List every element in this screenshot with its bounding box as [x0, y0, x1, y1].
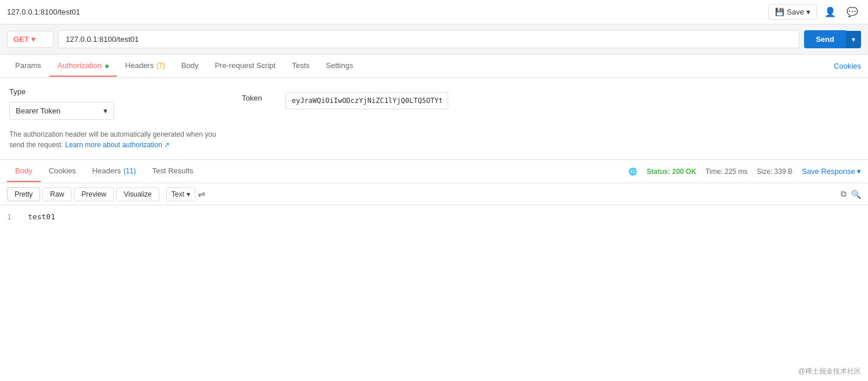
user-icon-button[interactable]: 👤	[821, 3, 839, 21]
fmt-visualize-button[interactable]: Visualize	[116, 187, 159, 201]
text-format-select[interactable]: Text ▾	[166, 187, 195, 201]
response-tabs-bar: Body Cookies Headers (11) Test Results 🌐…	[0, 160, 868, 183]
token-label: Token	[242, 94, 262, 102]
method-dropdown-icon: ▾	[31, 35, 35, 44]
fmt-raw-button[interactable]: Raw	[42, 187, 72, 201]
fmt-pretty-button[interactable]: Pretty	[7, 187, 40, 201]
line-content: test01	[28, 212, 55, 221]
format-buttons: Pretty Raw Preview Visualize Text ▾ ⇌	[7, 187, 205, 201]
cookies-link[interactable]: Cookies	[834, 62, 861, 70]
save-button[interactable]: 💾 Save ▾	[769, 4, 817, 20]
type-dropdown-icon: ▾	[103, 106, 108, 115]
authorization-active-dot	[105, 65, 109, 68]
status-ok: Status: 200 OK	[646, 168, 696, 176]
tab-authorization[interactable]: Authorization	[49, 55, 117, 77]
request-tabs: Params Authorization Headers (7) Body Pr…	[0, 55, 868, 78]
token-input[interactable]	[285, 92, 448, 109]
response-body: 1 test01	[0, 205, 868, 228]
tab-tests[interactable]: Tests	[284, 55, 317, 77]
type-select[interactable]: Bearer Token ▾	[9, 102, 114, 120]
fmt-preview-button[interactable]: Preview	[74, 187, 114, 201]
text-format-dropdown-icon: ▾	[187, 190, 190, 198]
type-value: Bearer Token	[16, 106, 60, 115]
resp-tab-test-results[interactable]: Test Results	[144, 161, 202, 182]
send-dropdown-button[interactable]: ▾	[846, 31, 861, 48]
method-label: GET	[13, 35, 29, 44]
request-title: 127.0.0.1:8100/test01	[7, 8, 80, 16]
response-tabs-list: Body Cookies Headers (11) Test Results	[7, 161, 202, 182]
text-format-label: Text	[172, 190, 184, 198]
title-bar: 127.0.0.1:8100/test01 💾 Save ▾ 👤 💬	[0, 0, 868, 24]
save-icon: 💾	[775, 8, 784, 16]
req-tabs-list: Params Authorization Headers (7) Body Pr…	[7, 55, 361, 77]
method-select[interactable]: GET ▾	[7, 31, 53, 48]
resp-tab-headers[interactable]: Headers (11)	[84, 161, 144, 182]
learn-more-link[interactable]: Learn more about authorization ↗	[65, 141, 170, 149]
code-line: 1 test01	[7, 212, 861, 221]
auth-panel: Type Bearer Token ▾ The authorization he…	[0, 78, 868, 160]
chat-icon-button[interactable]: 💬	[844, 3, 861, 21]
tab-pre-request-script[interactable]: Pre-request Script	[206, 55, 284, 77]
send-button-group: Send ▾	[804, 30, 861, 48]
format-actions: ⧉ 🔍	[841, 189, 861, 199]
tab-body[interactable]: Body	[173, 55, 207, 77]
auth-token-section: Token	[242, 87, 859, 150]
save-dropdown-icon: ▾	[806, 8, 810, 16]
format-bar: Pretty Raw Preview Visualize Text ▾ ⇌ ⧉ …	[0, 183, 868, 205]
response-time: Time: 225 ms	[706, 168, 748, 176]
type-label: Type	[9, 87, 230, 96]
response-panel: Body Cookies Headers (11) Test Results 🌐…	[0, 160, 868, 228]
line-number: 1	[7, 212, 19, 221]
send-button[interactable]: Send	[804, 30, 846, 48]
save-response-button[interactable]: Save Response ▾	[802, 167, 861, 176]
watermark: @稀土掘金技术社区	[798, 366, 861, 376]
url-bar: GET ▾ Send ▾	[0, 24, 868, 55]
resp-tab-cookies[interactable]: Cookies	[41, 161, 84, 182]
url-input[interactable]	[58, 30, 799, 48]
save-response-dropdown-icon: ▾	[857, 167, 861, 176]
resp-tab-body[interactable]: Body	[7, 161, 41, 182]
auth-info: The authorization header will be automat…	[9, 129, 230, 150]
response-size: Size: 339 B	[757, 168, 792, 176]
tab-params[interactable]: Params	[7, 55, 49, 77]
auth-type-section: Type Bearer Token ▾ The authorization he…	[9, 87, 242, 150]
globe-icon: 🌐	[628, 168, 637, 176]
wrap-icon[interactable]: ⇌	[198, 188, 205, 200]
title-bar-actions: 💾 Save ▾ 👤 💬	[769, 3, 861, 21]
tab-settings[interactable]: Settings	[318, 55, 362, 77]
search-button[interactable]: 🔍	[851, 189, 861, 199]
copy-button[interactable]: ⧉	[841, 189, 846, 199]
tab-headers[interactable]: Headers (7)	[117, 55, 173, 77]
response-status-bar: 🌐 Status: 200 OK Time: 225 ms Size: 339 …	[628, 167, 861, 176]
